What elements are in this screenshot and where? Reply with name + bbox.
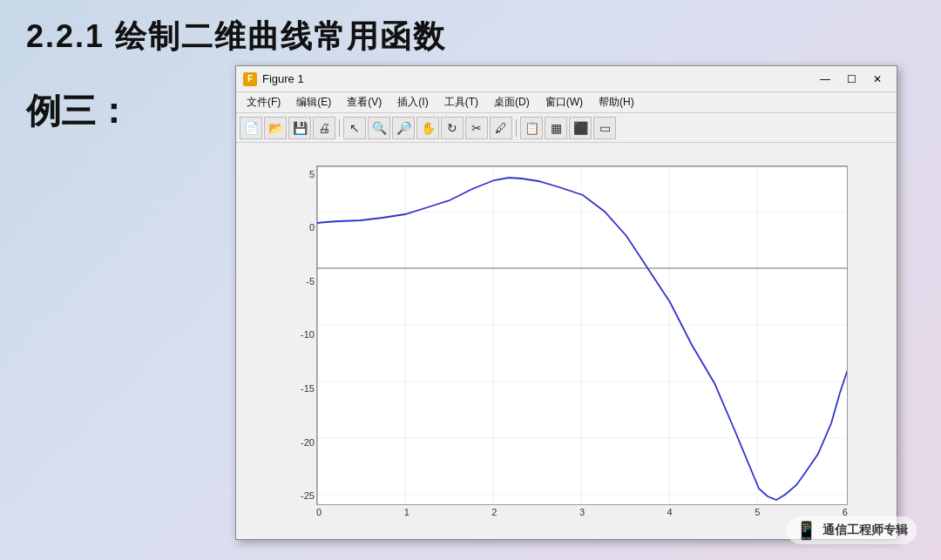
x-label-5: 5 xyxy=(755,507,760,517)
y-label-neg10: -10 xyxy=(285,329,315,340)
figure-window: F Figure 1 — ☐ ✕ 文件(F) 编辑(E) 查看(V) 插入(I)… xyxy=(235,65,897,540)
link-button[interactable]: 📋 xyxy=(520,117,543,139)
y-label-neg20: -20 xyxy=(285,437,315,448)
watermark: 📱 通信工程师专辑 xyxy=(787,516,917,544)
menu-desktop[interactable]: 桌面(D) xyxy=(487,93,537,111)
window-controls[interactable]: — ☐ ✕ xyxy=(813,71,890,88)
menu-insert[interactable]: 插入(I) xyxy=(390,93,435,111)
subplot-button[interactable]: ▭ xyxy=(593,117,616,139)
menu-help[interactable]: 帮助(H) xyxy=(592,93,641,111)
page-title: 2.2.1 绘制二维曲线常用函数 xyxy=(26,16,446,58)
window-title: Figure 1 xyxy=(262,72,304,85)
menu-bar: 文件(F) 编辑(E) 查看(V) 插入(I) 工具(T) 桌面(D) 窗口(W… xyxy=(236,92,897,113)
toolbar-separator-1 xyxy=(339,119,340,137)
y-label-0: 0 xyxy=(285,222,315,233)
x-label-2: 2 xyxy=(491,507,497,517)
pan-button[interactable]: ✋ xyxy=(416,117,439,139)
plot-svg xyxy=(316,165,848,505)
y-label-5: 5 xyxy=(285,169,315,179)
x-label-0: 0 xyxy=(316,507,322,517)
example-label: 例三： xyxy=(26,87,131,135)
save-button[interactable]: 💾 xyxy=(288,117,311,139)
watermark-icon: 📱 xyxy=(795,520,817,541)
minimize-button[interactable]: — xyxy=(813,71,837,88)
menu-file[interactable]: 文件(F) xyxy=(240,93,288,111)
y-axis-labels: 5 0 -5 -10 -15 -20 -25 xyxy=(285,165,315,505)
x-label-1: 1 xyxy=(404,507,410,517)
menu-edit[interactable]: 编辑(E) xyxy=(289,93,338,111)
menu-window[interactable]: 窗口(W) xyxy=(538,93,590,111)
menu-view[interactable]: 查看(V) xyxy=(340,93,389,111)
colorbar-button[interactable]: ▦ xyxy=(545,117,567,139)
print-button[interactable]: 🖨 xyxy=(313,117,335,139)
x-axis-labels: 0 1 2 3 4 5 6 xyxy=(316,505,848,517)
x-label-3: 3 xyxy=(579,507,585,517)
y-label-neg25: -25 xyxy=(285,490,315,501)
title-bar-left: F Figure 1 xyxy=(243,72,304,86)
curve-line xyxy=(317,178,848,500)
x-label-4: 4 xyxy=(667,507,673,517)
brush-button[interactable]: 🖊 xyxy=(490,117,512,139)
menu-tools[interactable]: 工具(T) xyxy=(437,93,485,111)
new-figure-button[interactable]: 📄 xyxy=(240,117,262,139)
select-button[interactable]: ↖ xyxy=(343,117,366,139)
y-label-neg15: -15 xyxy=(285,383,315,394)
figure-icon: F xyxy=(243,72,257,86)
datacursor-button[interactable]: ✂ xyxy=(465,117,488,139)
title-bar: F Figure 1 — ☐ ✕ xyxy=(236,66,897,92)
open-button[interactable]: 📂 xyxy=(264,117,287,139)
close-button[interactable]: ✕ xyxy=(865,71,890,88)
watermark-text: 通信工程师专辑 xyxy=(823,523,908,538)
zoom-in-button[interactable]: 🔍 xyxy=(368,117,390,139)
y-label-neg5: -5 xyxy=(285,276,315,287)
toolbar: 📄 📂 💾 🖨 ↖ 🔍 🔎 ✋ ↻ ✂ 🖊 📋 ▦ ⬛ ▭ xyxy=(236,113,897,143)
plot-area: 5 0 -5 -10 -15 -20 -25 xyxy=(236,143,897,539)
rotate-button[interactable]: ↻ xyxy=(441,117,464,139)
legend-button[interactable]: ⬛ xyxy=(569,117,592,139)
maximize-button[interactable]: ☐ xyxy=(839,71,863,88)
toolbar-separator-2 xyxy=(516,119,517,137)
x-label-6: 6 xyxy=(843,507,848,517)
zoom-out-button[interactable]: 🔎 xyxy=(392,117,415,139)
